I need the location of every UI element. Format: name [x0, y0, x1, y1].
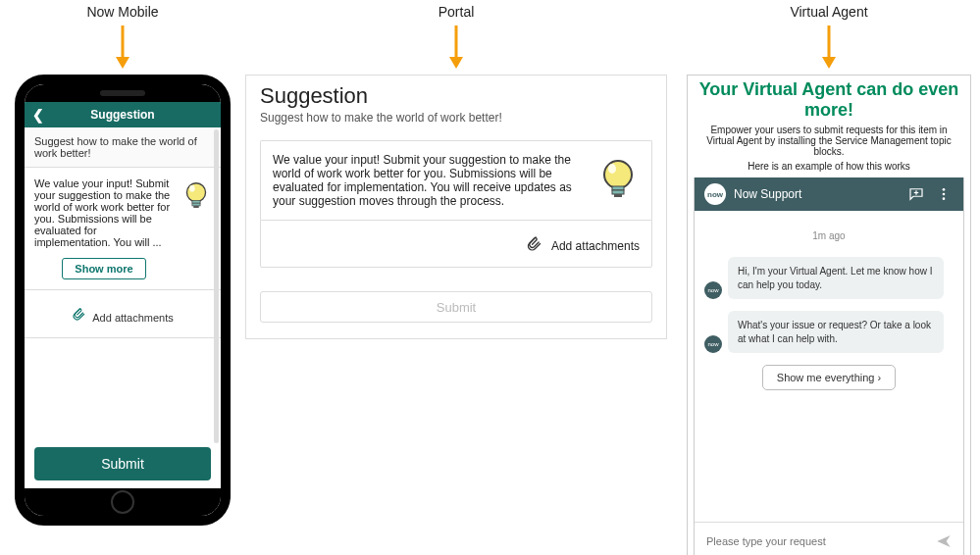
chat-message-row: now What's your issue or request? Or tak… [704, 311, 954, 353]
chat-message-row: now Hi, I'm your Virtual Agent. Let me k… [704, 257, 954, 299]
chevron-right-icon: › [878, 372, 882, 383]
phone-screen: ❮ Suggestion Suggest how to make the wor… [25, 102, 221, 488]
chat-body: 1m ago now Hi, I'm your Virtual Agent. L… [695, 211, 963, 522]
va-example-caption: Here is an example of how this works [694, 161, 964, 177]
scrollbar[interactable] [214, 129, 219, 443]
chat-input[interactable] [704, 534, 926, 548]
va-subtitle: Empower your users to submit requests fo… [694, 121, 964, 161]
add-attachments-label: Add attachments [551, 239, 640, 253]
add-attachments-row[interactable]: Add attachments [25, 290, 221, 338]
back-button[interactable]: ❮ [32, 107, 44, 123]
chat-message-bubble: Hi, I'm your Virtual Agent. Let me know … [728, 257, 944, 299]
show-everything-button[interactable]: Show me everything › [762, 365, 896, 390]
send-icon[interactable] [934, 533, 954, 549]
phone-home-button [25, 488, 221, 516]
portal-card: Suggestion Suggest how to make the world… [245, 75, 667, 339]
arrow-down-icon [819, 25, 839, 69]
lightbulb-icon [596, 153, 640, 204]
svg-point-11 [943, 197, 946, 200]
paperclip-icon [526, 238, 545, 255]
show-more-button[interactable]: Show more [62, 258, 145, 279]
mobile-subtitle: Suggest how to make the world of work be… [25, 127, 221, 168]
column-label-mobile: Now Mobile [10, 0, 235, 25]
chat-header: now Now Support [695, 177, 963, 211]
lightbulb-icon [181, 177, 211, 213]
svg-point-10 [943, 193, 946, 196]
brand-badge: now [704, 183, 726, 205]
mobile-description-block: We value your input! Submit your suggest… [25, 168, 221, 290]
new-chat-icon[interactable] [906, 184, 926, 204]
va-title: Your Virtual Agent can do even more! [694, 79, 964, 121]
arrow-down-icon [113, 25, 132, 69]
submit-button[interactable]: Submit [260, 291, 652, 323]
paperclip-icon [72, 312, 88, 324]
submit-button[interactable]: Submit [34, 447, 211, 480]
chat-timestamp: 1m ago [704, 230, 954, 241]
portal-title: Suggestion [246, 81, 666, 111]
chat-message-bubble: What's your issue or request? Or take a … [728, 311, 944, 353]
mobile-header-title: Suggestion [90, 108, 154, 122]
chat-header-title: Now Support [734, 187, 899, 201]
show-everything-label: Show me everything [777, 372, 875, 383]
add-attachments-row[interactable]: Add attachments [260, 220, 652, 268]
portal-subtitle: Suggest how to make the world of work be… [246, 111, 666, 132]
chat-input-row [695, 522, 963, 555]
agent-avatar-icon: now [704, 281, 722, 299]
add-attachments-label: Add attachments [92, 312, 174, 324]
phone-speaker [25, 84, 221, 102]
phone-frame: ❮ Suggestion Suggest how to make the wor… [15, 75, 231, 526]
mobile-description-text: We value your input! Submit your suggest… [34, 177, 170, 248]
column-label-va: Virtual Agent [687, 0, 971, 25]
agent-avatar-icon: now [704, 335, 722, 353]
arrow-down-icon [446, 25, 466, 69]
svg-point-9 [943, 188, 946, 191]
virtual-agent-card: Your Virtual Agent can do even more! Emp… [687, 75, 971, 555]
more-icon[interactable] [934, 184, 954, 204]
portal-description-text: We value your input! Submit your suggest… [273, 153, 587, 208]
chat-window: now Now Support 1m ago now Hi, I'm [694, 177, 964, 555]
column-label-portal: Portal [245, 0, 667, 25]
portal-description-block: We value your input! Submit your suggest… [260, 140, 652, 220]
mobile-app-bar: ❮ Suggestion [25, 102, 221, 127]
